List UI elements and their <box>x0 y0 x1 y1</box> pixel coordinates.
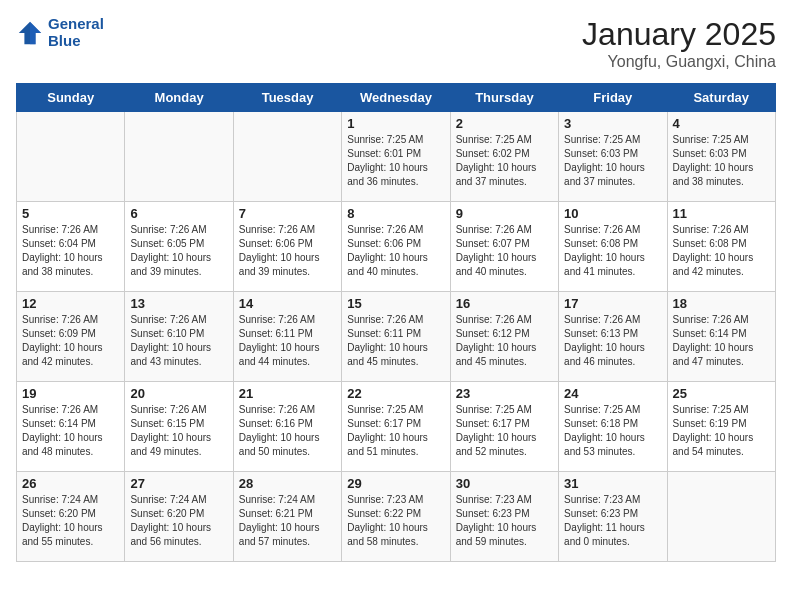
day-number: 10 <box>564 206 661 221</box>
calendar-week-row: 26Sunrise: 7:24 AM Sunset: 6:20 PM Dayli… <box>17 472 776 562</box>
calendar-cell: 10Sunrise: 7:26 AM Sunset: 6:08 PM Dayli… <box>559 202 667 292</box>
day-info: Sunrise: 7:26 AM Sunset: 6:13 PM Dayligh… <box>564 313 661 369</box>
weekday-header: Tuesday <box>233 84 341 112</box>
calendar-cell: 19Sunrise: 7:26 AM Sunset: 6:14 PM Dayli… <box>17 382 125 472</box>
calendar-cell: 12Sunrise: 7:26 AM Sunset: 6:09 PM Dayli… <box>17 292 125 382</box>
day-info: Sunrise: 7:26 AM Sunset: 6:06 PM Dayligh… <box>239 223 336 279</box>
day-info: Sunrise: 7:25 AM Sunset: 6:17 PM Dayligh… <box>456 403 553 459</box>
weekday-header: Saturday <box>667 84 775 112</box>
day-number: 28 <box>239 476 336 491</box>
day-info: Sunrise: 7:26 AM Sunset: 6:08 PM Dayligh… <box>564 223 661 279</box>
day-number: 19 <box>22 386 119 401</box>
calendar-week-row: 5Sunrise: 7:26 AM Sunset: 6:04 PM Daylig… <box>17 202 776 292</box>
calendar-cell: 11Sunrise: 7:26 AM Sunset: 6:08 PM Dayli… <box>667 202 775 292</box>
day-number: 5 <box>22 206 119 221</box>
day-number: 27 <box>130 476 227 491</box>
day-number: 18 <box>673 296 770 311</box>
calendar-cell: 18Sunrise: 7:26 AM Sunset: 6:14 PM Dayli… <box>667 292 775 382</box>
day-info: Sunrise: 7:25 AM Sunset: 6:19 PM Dayligh… <box>673 403 770 459</box>
day-info: Sunrise: 7:25 AM Sunset: 6:18 PM Dayligh… <box>564 403 661 459</box>
calendar-cell: 7Sunrise: 7:26 AM Sunset: 6:06 PM Daylig… <box>233 202 341 292</box>
day-info: Sunrise: 7:26 AM Sunset: 6:14 PM Dayligh… <box>22 403 119 459</box>
calendar-cell: 14Sunrise: 7:26 AM Sunset: 6:11 PM Dayli… <box>233 292 341 382</box>
weekday-header: Thursday <box>450 84 558 112</box>
day-number: 21 <box>239 386 336 401</box>
calendar-cell: 25Sunrise: 7:25 AM Sunset: 6:19 PM Dayli… <box>667 382 775 472</box>
day-info: Sunrise: 7:23 AM Sunset: 6:22 PM Dayligh… <box>347 493 444 549</box>
day-info: Sunrise: 7:26 AM Sunset: 6:09 PM Dayligh… <box>22 313 119 369</box>
svg-marker-1 <box>30 21 41 43</box>
logo-text: General Blue <box>48 16 104 49</box>
day-number: 30 <box>456 476 553 491</box>
day-info: Sunrise: 7:24 AM Sunset: 6:20 PM Dayligh… <box>130 493 227 549</box>
day-info: Sunrise: 7:25 AM Sunset: 6:02 PM Dayligh… <box>456 133 553 189</box>
page-header: General Blue January 2025 Yongfu, Guangx… <box>16 16 776 71</box>
day-info: Sunrise: 7:26 AM Sunset: 6:15 PM Dayligh… <box>130 403 227 459</box>
calendar-week-row: 12Sunrise: 7:26 AM Sunset: 6:09 PM Dayli… <box>17 292 776 382</box>
day-number: 4 <box>673 116 770 131</box>
calendar-cell: 23Sunrise: 7:25 AM Sunset: 6:17 PM Dayli… <box>450 382 558 472</box>
day-info: Sunrise: 7:26 AM Sunset: 6:06 PM Dayligh… <box>347 223 444 279</box>
weekday-header: Friday <box>559 84 667 112</box>
calendar-title: January 2025 <box>582 16 776 53</box>
calendar-cell: 2Sunrise: 7:25 AM Sunset: 6:02 PM Daylig… <box>450 112 558 202</box>
calendar-cell: 4Sunrise: 7:25 AM Sunset: 6:03 PM Daylig… <box>667 112 775 202</box>
day-info: Sunrise: 7:25 AM Sunset: 6:01 PM Dayligh… <box>347 133 444 189</box>
calendar-cell: 5Sunrise: 7:26 AM Sunset: 6:04 PM Daylig… <box>17 202 125 292</box>
calendar-title-block: January 2025 Yongfu, Guangxi, China <box>582 16 776 71</box>
weekday-header-row: SundayMondayTuesdayWednesdayThursdayFrid… <box>17 84 776 112</box>
day-number: 2 <box>456 116 553 131</box>
day-info: Sunrise: 7:25 AM Sunset: 6:03 PM Dayligh… <box>673 133 770 189</box>
day-info: Sunrise: 7:26 AM Sunset: 6:10 PM Dayligh… <box>130 313 227 369</box>
calendar-cell: 8Sunrise: 7:26 AM Sunset: 6:06 PM Daylig… <box>342 202 450 292</box>
day-info: Sunrise: 7:23 AM Sunset: 6:23 PM Dayligh… <box>564 493 661 549</box>
day-info: Sunrise: 7:26 AM Sunset: 6:08 PM Dayligh… <box>673 223 770 279</box>
day-number: 26 <box>22 476 119 491</box>
calendar-cell <box>667 472 775 562</box>
day-number: 17 <box>564 296 661 311</box>
day-number: 14 <box>239 296 336 311</box>
day-info: Sunrise: 7:24 AM Sunset: 6:20 PM Dayligh… <box>22 493 119 549</box>
calendar-cell: 29Sunrise: 7:23 AM Sunset: 6:22 PM Dayli… <box>342 472 450 562</box>
calendar-cell: 28Sunrise: 7:24 AM Sunset: 6:21 PM Dayli… <box>233 472 341 562</box>
day-info: Sunrise: 7:26 AM Sunset: 6:04 PM Dayligh… <box>22 223 119 279</box>
calendar-cell: 3Sunrise: 7:25 AM Sunset: 6:03 PM Daylig… <box>559 112 667 202</box>
calendar-cell <box>233 112 341 202</box>
day-number: 7 <box>239 206 336 221</box>
day-number: 1 <box>347 116 444 131</box>
day-info: Sunrise: 7:26 AM Sunset: 6:07 PM Dayligh… <box>456 223 553 279</box>
day-number: 13 <box>130 296 227 311</box>
day-number: 22 <box>347 386 444 401</box>
calendar-cell <box>125 112 233 202</box>
weekday-header: Monday <box>125 84 233 112</box>
calendar-cell: 22Sunrise: 7:25 AM Sunset: 6:17 PM Dayli… <box>342 382 450 472</box>
day-number: 15 <box>347 296 444 311</box>
day-number: 25 <box>673 386 770 401</box>
calendar-week-row: 1Sunrise: 7:25 AM Sunset: 6:01 PM Daylig… <box>17 112 776 202</box>
calendar-cell: 6Sunrise: 7:26 AM Sunset: 6:05 PM Daylig… <box>125 202 233 292</box>
logo: General Blue <box>16 16 104 49</box>
calendar-subtitle: Yongfu, Guangxi, China <box>582 53 776 71</box>
calendar-cell: 1Sunrise: 7:25 AM Sunset: 6:01 PM Daylig… <box>342 112 450 202</box>
day-info: Sunrise: 7:26 AM Sunset: 6:11 PM Dayligh… <box>347 313 444 369</box>
day-number: 9 <box>456 206 553 221</box>
calendar-cell: 9Sunrise: 7:26 AM Sunset: 6:07 PM Daylig… <box>450 202 558 292</box>
day-number: 24 <box>564 386 661 401</box>
day-number: 8 <box>347 206 444 221</box>
calendar-cell: 21Sunrise: 7:26 AM Sunset: 6:16 PM Dayli… <box>233 382 341 472</box>
day-number: 31 <box>564 476 661 491</box>
weekday-header: Sunday <box>17 84 125 112</box>
day-info: Sunrise: 7:26 AM Sunset: 6:12 PM Dayligh… <box>456 313 553 369</box>
day-info: Sunrise: 7:25 AM Sunset: 6:03 PM Dayligh… <box>564 133 661 189</box>
logo-icon <box>16 19 44 47</box>
day-info: Sunrise: 7:26 AM Sunset: 6:16 PM Dayligh… <box>239 403 336 459</box>
calendar-cell: 17Sunrise: 7:26 AM Sunset: 6:13 PM Dayli… <box>559 292 667 382</box>
day-number: 12 <box>22 296 119 311</box>
day-number: 23 <box>456 386 553 401</box>
calendar-cell: 20Sunrise: 7:26 AM Sunset: 6:15 PM Dayli… <box>125 382 233 472</box>
calendar-cell: 31Sunrise: 7:23 AM Sunset: 6:23 PM Dayli… <box>559 472 667 562</box>
day-number: 20 <box>130 386 227 401</box>
day-number: 6 <box>130 206 227 221</box>
calendar-week-row: 19Sunrise: 7:26 AM Sunset: 6:14 PM Dayli… <box>17 382 776 472</box>
calendar-cell: 26Sunrise: 7:24 AM Sunset: 6:20 PM Dayli… <box>17 472 125 562</box>
